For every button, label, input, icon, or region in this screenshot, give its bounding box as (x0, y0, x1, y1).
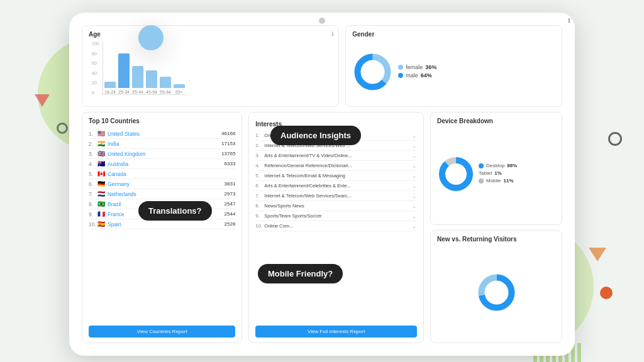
age-info-icon: ℹ (331, 31, 333, 37)
list-item: 9. Sports/Team Sports/Soccer ⌄ (255, 211, 417, 221)
gender-card: Gender ℹ fe (345, 25, 562, 107)
table-row: 3. 🇬🇧 United Kingdom 13765 (89, 149, 235, 159)
age-bar-55-64: 55-64 (160, 77, 171, 94)
age-bar-18-24: 18-24 (104, 82, 116, 94)
returning-donut (476, 272, 517, 313)
device-legend: Desktop 88% Tablet 1% Mobile (479, 163, 517, 185)
tooltip-mobile-friendly: Mobile Friendly? (258, 264, 343, 283)
device-content: Desktop 88% Tablet 1% Mobile (437, 129, 555, 219)
bg-circle-outline-right (608, 132, 622, 146)
table-row: 10. 🇪🇸 Spain 2528 (89, 219, 235, 229)
device-card: Device Breakdown ℹ (430, 112, 562, 225)
gender-legend: female 36% male 64% (398, 64, 436, 80)
tooltip-audience-insights: Audience Insights (270, 126, 361, 145)
returning-content (437, 247, 555, 337)
list-item: 5. Internet & Telecom/Email & Messaging … (255, 171, 417, 181)
list-item: 6. Arts & Entertainment/Celebrities & En… (255, 181, 417, 191)
dashboard: Age ℹ 100 80 60 40 20 0 (82, 25, 562, 343)
age-card: Age ℹ 100 80 60 40 20 0 (82, 25, 339, 107)
tablet-camera (319, 18, 325, 24)
list-item: 8. News/Sports News ⌄ (255, 201, 417, 211)
age-chart: 100 80 60 40 20 0 18-24 (103, 41, 186, 95)
table-row: 7. 🇳🇱 Netherlands 2973 (89, 189, 235, 199)
age-title: Age (89, 31, 101, 38)
bg-circle-small (57, 123, 68, 134)
gender-donut (352, 52, 393, 92)
view-countries-button[interactable]: View Countries Report (89, 326, 235, 337)
country-list: 1. 🇺🇸 United States 46166 2. 🇮🇳 India 17… (89, 129, 235, 322)
legend-desktop: Desktop 88% (479, 163, 517, 168)
gender-title: Gender (352, 31, 374, 38)
gender-content: female 36% male 64% (352, 43, 555, 101)
age-bar-45-54: 45-54 (146, 70, 157, 94)
table-row: 6. 🇩🇪 Germany 3831 (89, 179, 235, 189)
bg-line (577, 343, 581, 362)
legend-tablet: Tablet 1% (479, 170, 517, 176)
device-donut (437, 155, 475, 193)
interest-list: 1. Online Communities/Social Networks ⌄ … (255, 131, 417, 322)
legend-mobile: Mobile 11% (479, 178, 517, 184)
tablet-frame: Age ℹ 100 80 60 40 20 0 (69, 13, 575, 356)
list-item: 7. Internet & Telecom/Web Services/Searc… (255, 191, 417, 201)
table-row: 4. 🇦🇺 Australia 6333 (89, 159, 235, 169)
returning-title: New vs. Returning Visitors (437, 236, 517, 243)
bottom-section: Top 10 Countries ℹ 1. 🇺🇸 United States 4… (82, 112, 562, 343)
svg-point-2 (442, 160, 470, 188)
returning-card: New vs. Returning Visitors ℹ (430, 230, 562, 343)
legend-female: female 36% (398, 64, 436, 70)
countries-card: Top 10 Countries ℹ 1. 🇺🇸 United States 4… (82, 112, 242, 343)
view-interests-button[interactable]: View Full Interests Report (255, 326, 417, 337)
bg-triangle-orange (589, 248, 606, 261)
age-bar-35-44: 35-44 (132, 66, 143, 94)
right-column: Device Breakdown ℹ (430, 112, 562, 343)
countries-title: Top 10 Countries (89, 118, 140, 124)
table-row: 1. 🇺🇸 United States 46166 (89, 129, 235, 139)
list-item: 10. Online Com... ⌄ (255, 221, 417, 231)
age-bar-65plus: 65+ (174, 84, 185, 94)
returning-info-icon: ℹ (568, 18, 570, 24)
legend-male: male 64% (398, 72, 436, 79)
table-row: 2. 🇮🇳 India 17153 (89, 139, 235, 149)
age-bar-25-34: 25-34 (118, 53, 130, 94)
table-row: 5. 🇨🇦 Canada (89, 169, 235, 179)
y-axis-labels: 100 80 60 40 20 0 (92, 41, 99, 95)
bg-triangle-red (35, 94, 50, 107)
list-item: 3. Arts & Entertainment/TV & Video/Onlin… (255, 151, 417, 161)
tooltip-translations: Translations? (138, 201, 212, 221)
bg-circle-orange (600, 287, 613, 299)
interests-card: Interests 1. Online Communities/Social N… (248, 112, 424, 343)
list-item: 4. Reference/General Reference/Dictionar… (255, 161, 417, 171)
device-title: Device Breakdown (437, 118, 493, 124)
